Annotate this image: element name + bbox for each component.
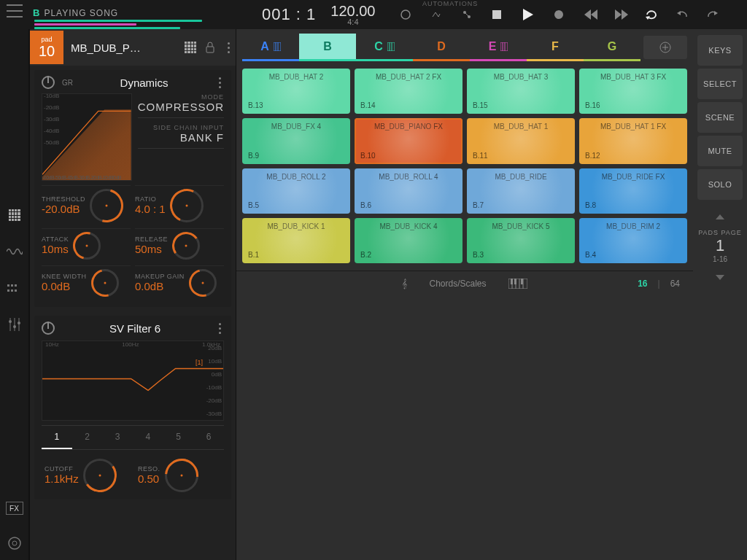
undo-icon[interactable] — [676, 9, 688, 20]
menu-icon[interactable] — [7, 4, 23, 18]
filter-tab-1[interactable]: 1 — [42, 426, 72, 449]
filter-marker: [1] — [196, 359, 203, 366]
pad-B-8[interactable]: MB_DUB_RIDE FXB.8 — [579, 168, 687, 214]
position-readout[interactable]: 001 : 1 — [262, 5, 316, 24]
knob-attack[interactable]: ATTACK10ms — [42, 228, 131, 262]
bank-add-icon[interactable] — [643, 36, 687, 59]
redo-icon[interactable] — [707, 9, 719, 20]
mixer-view-icon[interactable] — [7, 316, 23, 332]
gr-label: GR — [62, 79, 73, 87]
filter-power-icon[interactable] — [42, 322, 55, 335]
pad-B-5[interactable]: MB_DUB_ROLL 2B.5 — [242, 168, 350, 214]
pad-B-4[interactable]: MB_DUB_RIM 2B.4 — [579, 218, 687, 263]
side-scene-button[interactable]: SCENE — [697, 102, 743, 133]
dynamics-module: GR Dynamics -10dB-20dB-30dB-40dB-50dB -6… — [34, 70, 231, 307]
pads-page-number: 1 — [697, 236, 743, 255]
waveform-view-icon[interactable] — [7, 244, 23, 260]
automation-write-icon[interactable] — [462, 9, 473, 20]
reso-knob[interactable] — [165, 459, 198, 492]
page-up-icon[interactable] — [697, 210, 743, 222]
pad-B-6[interactable]: MB_DUB_ROLL 4B.6 — [355, 168, 462, 214]
chords-scales-button[interactable]: Chords/Scales — [429, 279, 486, 289]
filter-graph[interactable]: 10Hz100Hz1.0kHz 20dB10dB0dB-10dB-20dB-30… — [42, 341, 224, 421]
svg-rect-35 — [500, 42, 508, 51]
bank-C[interactable]: C — [356, 34, 413, 61]
play-icon[interactable] — [523, 9, 535, 20]
song-chip[interactable]: B PLAYING SONG — [33, 7, 222, 22]
filter-tab-6[interactable]: 6 — [193, 426, 224, 449]
svg-point-9 — [9, 320, 12, 323]
pad-B-1[interactable]: MB_DUB_KICK 1B.1 — [242, 218, 350, 263]
sequencer-view-icon[interactable] — [7, 280, 23, 296]
bank-F[interactable]: F — [527, 34, 584, 61]
page-down-icon[interactable] — [697, 271, 743, 282]
bank-B[interactable]: B — [299, 34, 356, 61]
reso-label: RESO. — [138, 465, 160, 473]
lock-icon[interactable] — [205, 42, 215, 53]
pad-B-9[interactable]: MB_DUB_FX 4B.9 — [242, 118, 350, 163]
tempo-readout[interactable]: 120.00 4:4 — [330, 4, 375, 26]
filter-tab-4[interactable]: 4 — [133, 426, 163, 449]
sidechain-label: SIDE CHAIN INPUT — [138, 124, 224, 131]
pad-B-10[interactable]: MB_DUB_PIANO FXB.10 — [355, 118, 462, 163]
svg-marker-27 — [714, 11, 718, 15]
total-count[interactable]: 64 — [670, 279, 680, 289]
pad-B-3[interactable]: MB_DUB_KICK 5B.3 — [467, 218, 575, 263]
side-select-button[interactable]: SELECT — [697, 69, 743, 99]
pad-B-7[interactable]: MB_DUB_RIDEB.7 — [467, 168, 575, 214]
svg-line-17 — [465, 12, 469, 17]
automation-read-icon[interactable] — [431, 9, 443, 20]
visible-count[interactable]: 16 — [638, 279, 647, 289]
bank-D[interactable]: D — [413, 34, 470, 61]
dynamics-graph[interactable]: -10dB-20dB-30dB-40dB-50dB -60dB-50dB-40d… — [42, 93, 132, 181]
bank-E[interactable]: E — [470, 34, 527, 61]
pad-B-12[interactable]: MB_DUB_HAT 1 FXB.12 — [579, 118, 687, 163]
pad-B-14[interactable]: MB_DUB_HAT 2 FXB.14 — [355, 69, 462, 114]
pad-B-15[interactable]: MB_DUB_HAT 3B.15 — [467, 69, 575, 114]
pad-B-16[interactable]: MB_DUB_HAT 3 FXB.16 — [579, 69, 687, 114]
automations-label: AUTOMATIONS — [422, 0, 478, 7]
more-icon[interactable] — [224, 42, 233, 53]
side-solo-button[interactable]: SOLO — [697, 169, 743, 200]
pad-B-11[interactable]: MB_DUB_HAT 1B.11 — [467, 118, 575, 163]
fastforward-icon[interactable] — [615, 9, 627, 20]
sidechain-value[interactable]: BANK F — [138, 131, 224, 144]
filter-tab-3[interactable]: 3 — [102, 426, 133, 449]
pad-B-2[interactable]: MB_DUB_KICK 4B.2 — [355, 218, 462, 263]
svg-rect-1 — [11, 284, 13, 287]
fx-icon[interactable]: FX — [6, 502, 23, 515]
pad-chip[interactable]: pad 10 — [30, 31, 63, 64]
tuning-fork-icon[interactable]: 𝄞 — [402, 279, 407, 289]
svg-point-12 — [9, 537, 20, 549]
knob-ratio[interactable]: RATIO4.0 : 1 — [135, 185, 224, 225]
bank-A[interactable]: A — [242, 34, 299, 61]
filter-module: SV Filter 6 10Hz100Hz1.0kHz 20dB10dB0dB-… — [34, 316, 231, 499]
cutoff-knob[interactable] — [83, 459, 117, 492]
settings-icon[interactable] — [7, 535, 23, 551]
dynamics-power-icon[interactable] — [42, 76, 55, 89]
filter-tab-5[interactable]: 5 — [163, 426, 194, 449]
pad-grid-icon[interactable] — [185, 42, 196, 53]
knob-makeup-gain[interactable]: MAKEUP GAIN0.0dB — [135, 265, 224, 300]
knob-release[interactable]: RELEASE50ms — [135, 228, 224, 262]
filter-more-icon[interactable] — [215, 323, 224, 334]
filter-tab-2[interactable]: 2 — [72, 426, 103, 449]
bank-G[interactable]: G — [584, 34, 640, 61]
knob-knee-width[interactable]: KNEE WIDTH0.0dB — [42, 265, 131, 300]
svg-point-11 — [18, 322, 20, 324]
svg-rect-3 — [7, 289, 9, 292]
side-keys-button[interactable]: KEYS — [697, 35, 743, 66]
mode-value[interactable]: COMPRESSOR — [138, 101, 224, 113]
pad-B-13[interactable]: MB_DUB_HAT 2B.13 — [242, 69, 350, 114]
dynamics-more-icon[interactable] — [215, 77, 224, 88]
stop-icon[interactable] — [492, 10, 504, 19]
keyboard-icon[interactable] — [508, 279, 527, 289]
record-arm-icon[interactable] — [400, 9, 412, 20]
knob-threshold[interactable]: THRESHOLD-20.0dB — [42, 185, 131, 225]
loop-icon[interactable] — [646, 9, 657, 20]
pads-view-icon[interactable] — [7, 207, 23, 223]
record-icon[interactable] — [554, 9, 565, 20]
song-title: PLAYING SONG — [44, 8, 118, 18]
rewind-icon[interactable] — [584, 9, 596, 20]
side-mute-button[interactable]: MUTE — [697, 136, 743, 166]
